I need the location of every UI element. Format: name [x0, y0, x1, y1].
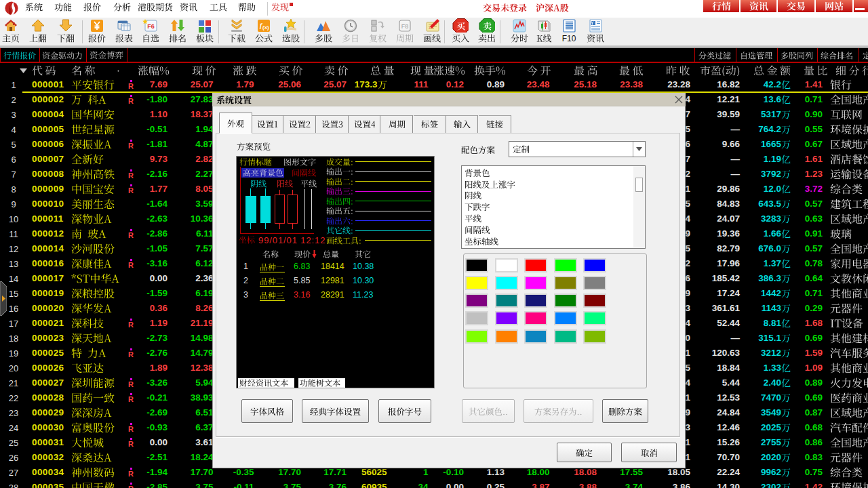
svg-text:(x): (x): [262, 24, 269, 30]
svg-text:F6: F6: [147, 23, 155, 30]
svg-text:F8: F8: [401, 23, 409, 30]
